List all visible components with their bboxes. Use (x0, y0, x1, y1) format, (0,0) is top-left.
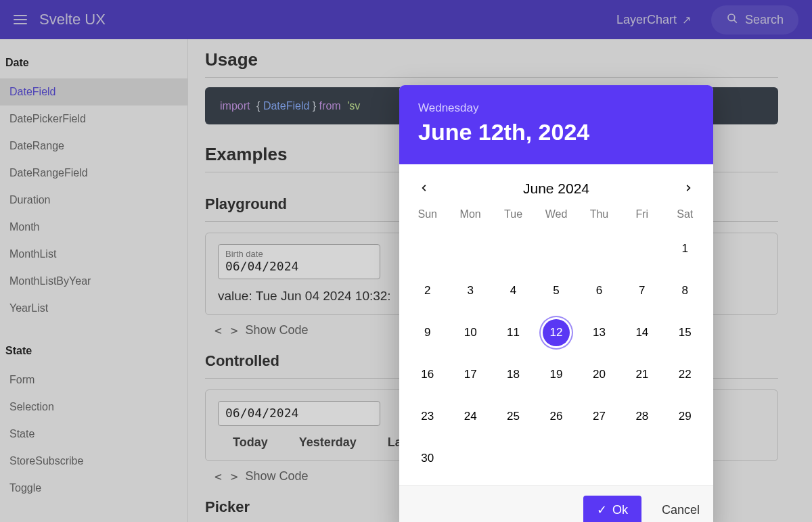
dp-day-empty (406, 235, 449, 262)
dp-day[interactable]: 2 (406, 277, 449, 304)
ok-label: Ok (612, 503, 628, 517)
dp-dow: Mon (449, 208, 491, 220)
dp-day-empty (578, 445, 621, 472)
dp-day[interactable]: 7 (621, 277, 663, 304)
dp-dow: Wed (535, 208, 577, 220)
dp-dow: Fri (621, 208, 663, 220)
dp-day[interactable]: 3 (449, 277, 491, 304)
dp-day-empty (535, 235, 577, 262)
dp-day-empty (535, 445, 577, 472)
dp-day[interactable]: 26 (535, 403, 577, 430)
dp-day-empty (621, 445, 663, 472)
dp-day[interactable]: 19 (535, 361, 577, 388)
dp-day[interactable]: 6 (578, 277, 621, 304)
dp-day[interactable]: 14 (621, 319, 663, 346)
cancel-label: Cancel (662, 503, 700, 517)
dp-day[interactable]: 30 (406, 445, 449, 472)
dp-day[interactable]: 1 (664, 235, 706, 262)
dp-day[interactable]: 11 (492, 319, 535, 346)
dp-day[interactable]: 13 (578, 319, 621, 346)
dp-day-empty (449, 445, 491, 472)
dp-day[interactable]: 20 (578, 361, 621, 388)
dp-day[interactable]: 4 (492, 277, 535, 304)
dp-day-empty (621, 235, 663, 262)
datepicker-dialog: Wednesday June 12th, 2024 June 2024 SunM… (399, 85, 713, 522)
dp-day-empty (492, 445, 535, 472)
dp-dow: Tue (492, 208, 535, 220)
dp-dow: Sun (406, 208, 449, 220)
dp-day[interactable]: 28 (621, 403, 663, 430)
dp-day[interactable]: 16 (406, 361, 449, 388)
dp-weekday: Wednesday (418, 101, 694, 115)
dp-day[interactable]: 18 (492, 361, 535, 388)
dp-day[interactable]: 24 (449, 403, 491, 430)
dp-day[interactable]: 8 (664, 277, 706, 304)
dp-day[interactable]: 25 (492, 403, 535, 430)
datepicker-header: Wednesday June 12th, 2024 (399, 85, 713, 164)
dp-dow: Thu (578, 208, 621, 220)
dp-day[interactable]: 10 (449, 319, 491, 346)
dp-day[interactable]: 21 (621, 361, 663, 388)
dp-grid: SunMonTueWedThuFriSat1234567891011121314… (406, 208, 706, 472)
dp-day[interactable]: 29 (664, 403, 706, 430)
dp-grid-wrap: SunMonTueWedThuFriSat1234567891011121314… (399, 204, 713, 485)
dp-month-label[interactable]: June 2024 (523, 181, 589, 197)
dp-dow: Sat (664, 208, 706, 220)
dp-day[interactable]: 15 (664, 319, 706, 346)
dp-day[interactable]: 23 (406, 403, 449, 430)
dp-date: June 12th, 2024 (418, 119, 694, 145)
cancel-button[interactable]: Cancel (662, 503, 700, 517)
dp-day-empty (449, 235, 491, 262)
next-month-button[interactable] (678, 176, 698, 200)
dp-day-empty (492, 235, 535, 262)
dp-day[interactable]: 5 (535, 277, 577, 304)
check-icon: ✓ (597, 502, 607, 517)
ok-button[interactable]: ✓ Ok (583, 496, 641, 522)
dp-month-row: June 2024 (399, 164, 713, 204)
dp-day[interactable]: 17 (449, 361, 491, 388)
dp-day[interactable]: 12 (535, 319, 577, 346)
dp-day[interactable]: 27 (578, 403, 621, 430)
dp-day[interactable]: 9 (406, 319, 449, 346)
dp-footer: ✓ Ok Cancel (399, 485, 713, 522)
dp-day[interactable]: 22 (664, 361, 706, 388)
prev-month-button[interactable] (414, 176, 434, 200)
dp-day-empty (664, 445, 706, 472)
dp-day-empty (578, 235, 621, 262)
